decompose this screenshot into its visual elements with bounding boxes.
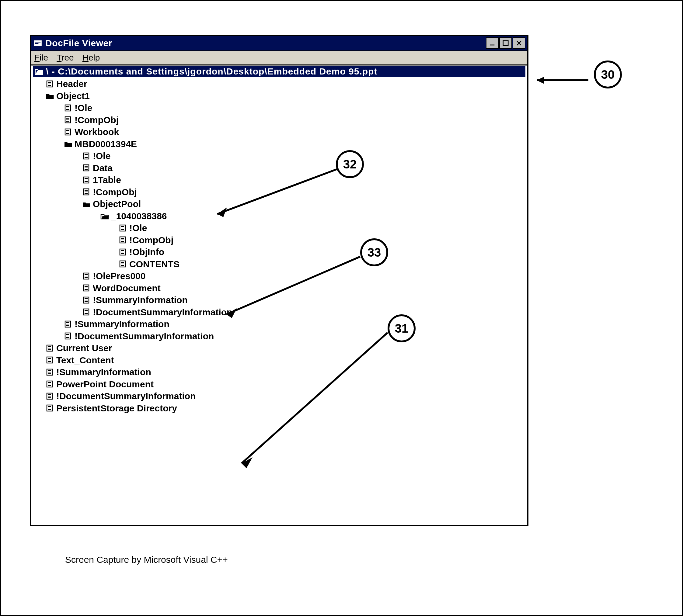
svg-line-109 xyxy=(241,333,388,463)
tree-item-label: Object1 xyxy=(56,90,90,102)
minimize-button[interactable] xyxy=(486,37,499,49)
menu-help[interactable]: Help xyxy=(82,53,100,63)
storage-folder-icon xyxy=(82,200,91,208)
callout-arrow-32 xyxy=(205,159,351,220)
tree-item-label: CONTENTS xyxy=(129,259,179,270)
app-icon xyxy=(33,39,42,48)
tree-item-label: !SummaryInformation xyxy=(56,366,151,378)
maximize-button[interactable] xyxy=(499,37,512,49)
stream-icon xyxy=(82,188,91,196)
menu-file[interactable]: File xyxy=(35,53,48,63)
tree-item-label: MBD0001394E xyxy=(74,138,137,150)
svg-line-107 xyxy=(226,257,360,314)
tree-item[interactable]: Workbook xyxy=(33,126,526,138)
tree-item-label: !Ole xyxy=(93,150,110,162)
stream-icon xyxy=(118,236,127,244)
stream-icon xyxy=(64,116,73,124)
tree-item-label: !Ole xyxy=(74,102,92,114)
callout-arrow-33 xyxy=(214,247,372,324)
tree-item[interactable]: !CompObj xyxy=(33,234,526,246)
callout-30: 30 xyxy=(594,61,622,88)
window-buttons xyxy=(486,37,526,49)
tree-item[interactable]: Object1 xyxy=(33,90,526,102)
svg-rect-1 xyxy=(35,42,41,42)
tree-item-label: _1040038386 xyxy=(111,211,167,222)
stream-icon xyxy=(82,308,91,316)
svg-rect-2 xyxy=(35,43,39,44)
stream-icon xyxy=(45,356,55,364)
storage-folder-icon xyxy=(64,140,73,148)
tree-item-label: Data xyxy=(93,162,112,174)
tree-item-label: 1Table xyxy=(93,174,121,186)
tree-root[interactable]: \ - C:\Documents and Settings\jgordon\De… xyxy=(33,66,526,77)
callout-33: 33 xyxy=(360,238,388,266)
title-bar[interactable]: DocFile Viewer xyxy=(31,36,527,51)
stream-icon xyxy=(45,80,55,88)
stream-icon xyxy=(82,176,91,184)
tree-item-label: !DocumentSummaryInformation xyxy=(74,330,214,342)
tree-item-label: !CompObj xyxy=(74,114,119,126)
callout-arrow-30 xyxy=(528,67,595,94)
callout-label: 33 xyxy=(367,246,381,259)
stream-icon xyxy=(118,224,127,232)
stream-icon xyxy=(64,128,73,136)
tree-item-label: !OlePres000 xyxy=(93,270,145,282)
tree-item-label: ObjectPool xyxy=(93,198,141,210)
figure-caption: Screen Capture by Microsoft Visual C++ xyxy=(65,555,228,565)
tree-item-label: !SummaryInformation xyxy=(93,294,188,306)
stream-icon xyxy=(82,272,91,280)
stream-icon xyxy=(45,368,55,376)
tree-item-label: PersistentStorage Directory xyxy=(56,402,177,414)
tree-item-label: Text_Content xyxy=(56,354,114,366)
tree-root-label: \ - C:\Documents and Settings\jgordon\De… xyxy=(46,66,377,76)
stream-icon xyxy=(64,320,73,328)
storage-folder-icon xyxy=(45,92,55,100)
svg-line-105 xyxy=(217,169,339,214)
menu-tree[interactable]: Tree xyxy=(57,53,74,63)
tree-item[interactable]: MBD0001394E xyxy=(33,138,526,150)
tree-item-label: !ObjInfo xyxy=(129,246,164,258)
window-title: DocFile Viewer xyxy=(45,38,486,48)
menu-bar: File Tree Help xyxy=(31,51,527,65)
tree-item-label: !DocumentSummaryInformation xyxy=(56,390,196,402)
callout-label: 32 xyxy=(343,157,357,171)
svg-rect-4 xyxy=(503,41,508,46)
tree-item[interactable]: !Ole xyxy=(33,222,526,234)
svg-rect-3 xyxy=(490,45,495,46)
tree-item-label: !DocumentSummaryInformation xyxy=(93,307,232,318)
tree-item[interactable]: !Ole xyxy=(33,102,526,114)
tree-item-label: Current User xyxy=(56,343,112,354)
callout-32: 32 xyxy=(336,150,364,178)
stream-icon xyxy=(118,260,127,268)
stream-icon xyxy=(45,392,55,400)
storage-folder-open-icon xyxy=(100,212,109,220)
stream-icon xyxy=(82,296,91,304)
stream-icon xyxy=(64,332,73,340)
callout-arrow-31 xyxy=(229,324,400,472)
tree-item-label: WordDocument xyxy=(93,283,161,294)
tree-item[interactable]: !CompObj xyxy=(33,114,526,126)
tree-item-label: !SummaryInformation xyxy=(74,318,169,330)
figure-frame: DocFile Viewer File Tree Help xyxy=(0,0,683,616)
tree-item[interactable]: Header xyxy=(33,78,526,90)
stream-icon xyxy=(82,152,91,160)
close-button[interactable] xyxy=(513,37,526,49)
svg-marker-104 xyxy=(537,76,544,84)
tree-item-label: !CompObj xyxy=(93,186,137,198)
tree-item-label: Header xyxy=(56,78,87,90)
stream-icon xyxy=(45,344,55,352)
stream-icon xyxy=(45,380,55,388)
stream-icon xyxy=(45,404,55,412)
tree-item-label: Workbook xyxy=(74,126,119,138)
stream-icon xyxy=(64,104,73,112)
svg-marker-106 xyxy=(217,207,227,217)
tree-item-label: !Ole xyxy=(129,222,147,234)
callout-label: 31 xyxy=(395,322,409,335)
tree-item-label: !CompObj xyxy=(129,235,173,246)
tree-item-label: PowerPoint Document xyxy=(56,378,154,390)
stream-icon xyxy=(118,248,127,256)
stream-icon xyxy=(82,164,91,172)
callout-label: 30 xyxy=(601,68,615,82)
folder-open-icon xyxy=(35,67,43,75)
callout-31: 31 xyxy=(388,314,415,343)
